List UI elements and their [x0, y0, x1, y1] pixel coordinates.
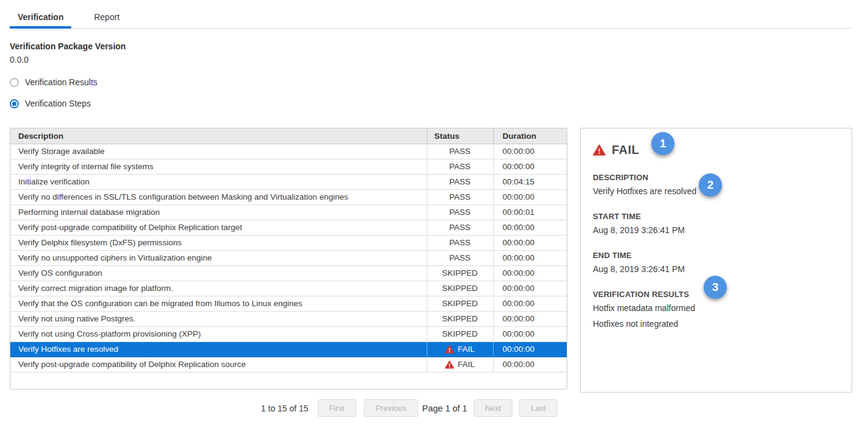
table-row[interactable]: Verify Storage availablePASS00:00:00: [10, 144, 567, 159]
step-duration-cell[interactable]: 00:00:00: [493, 326, 567, 341]
detail-end-time-value: Aug 8, 2019 3:26:41 PM: [593, 264, 839, 274]
table-row[interactable]: Verify correct migration image for platf…: [10, 281, 567, 296]
detail-status-heading: FAIL: [593, 143, 839, 157]
step-status-cell[interactable]: PASS: [427, 220, 493, 235]
step-status-cell[interactable]: PASS: [427, 174, 493, 189]
step-status-cell[interactable]: SKIPPED: [427, 326, 493, 341]
radio-verification-results[interactable]: Verification Results: [10, 77, 868, 87]
step-duration-cell[interactable]: 00:00:01: [493, 205, 567, 220]
step-status-cell[interactable]: PASS: [427, 189, 493, 205]
step-description-cell[interactable]: Verify no unsupported ciphers in Virtual…: [10, 250, 427, 265]
last-page-button[interactable]: Last: [519, 399, 558, 417]
step-duration-cell[interactable]: 00:00:00: [493, 311, 567, 326]
step-description-cell[interactable]: Verify post-upgrade compatibility of Del…: [10, 220, 427, 235]
step-description-cell[interactable]: Initialize verification: [10, 174, 427, 189]
annotation-callout-2: 2: [699, 173, 722, 197]
table-header-row: Description Status Duration: [10, 128, 567, 144]
pagination: 1 to 15 of 15 First Previous Page 1 of 1…: [10, 399, 567, 417]
radio-button-icon[interactable]: [10, 99, 19, 108]
step-status-cell[interactable]: SKIPPED: [427, 311, 493, 326]
radio-button-icon[interactable]: [10, 78, 19, 87]
radio-verification-steps[interactable]: Verification Steps: [10, 99, 868, 108]
step-status-cell[interactable]: FAIL: [427, 357, 493, 372]
table-row[interactable]: Performing internal database migrationPA…: [10, 205, 567, 220]
table-row[interactable]: Verify post-upgrade compatibility of Del…: [10, 357, 567, 372]
table-row[interactable]: Verify no unsupported ciphers in Virtual…: [10, 250, 567, 265]
step-description-cell[interactable]: Verify integrity of internal file system…: [10, 159, 427, 174]
step-duration-cell[interactable]: 00:04:15: [493, 174, 567, 189]
step-duration-cell[interactable]: 00:00:00: [493, 235, 567, 250]
table-row[interactable]: Verify no differences in SSL/TLS configu…: [10, 189, 567, 205]
status-text: FAIL: [458, 360, 475, 369]
step-description-cell[interactable]: Verify post-upgrade compatibility of Del…: [10, 357, 427, 372]
previous-page-button[interactable]: Previous: [364, 399, 418, 417]
step-duration-cell[interactable]: 00:00:00: [493, 341, 567, 357]
table-row[interactable]: Initialize verificationPASS00:04:15: [10, 174, 567, 189]
view-mode-radio-group: Verification Results Verification Steps: [10, 77, 868, 108]
annotation-callout-3: 3: [704, 276, 727, 299]
step-duration-cell[interactable]: 00:00:00: [493, 189, 567, 205]
main-content: Verification Package Version 0.0.0 Verif…: [0, 41, 868, 417]
table-row[interactable]: Verify post-upgrade compatibility of Del…: [10, 220, 567, 235]
verification-page: Verification Report Verification Package…: [0, 9, 868, 417]
table-row[interactable]: Verify not using Cross-platform provisio…: [10, 326, 567, 341]
step-status-cell[interactable]: SKIPPED: [427, 296, 493, 311]
warning-triangle-icon: [445, 345, 454, 354]
table-row[interactable]: Verify Delphix filesystem (DxFS) permiss…: [10, 235, 567, 250]
table-row[interactable]: Verify integrity of internal file system…: [10, 159, 567, 174]
tab-report[interactable]: Report: [86, 9, 127, 29]
step-duration-cell[interactable]: 00:00:00: [493, 281, 567, 296]
step-description-cell[interactable]: Verify not using native Postgres.: [10, 311, 427, 326]
step-duration-cell[interactable]: 00:00:00: [493, 357, 567, 372]
step-status-cell[interactable]: SKIPPED: [427, 265, 493, 281]
step-description-cell[interactable]: Verify correct migration image for platf…: [10, 281, 427, 296]
step-description-cell[interactable]: Verify OS configuration: [10, 265, 427, 281]
detail-end-time-label: END TIME: [593, 251, 839, 260]
detail-result-line: Hotfix metadata malformed: [593, 303, 839, 313]
detail-start-time-value: Aug 8, 2019 3:26:41 PM: [593, 225, 839, 235]
column-header-description: Description: [10, 128, 427, 144]
step-duration-cell[interactable]: 00:00:00: [493, 265, 567, 281]
step-status-cell[interactable]: PASS: [427, 250, 493, 265]
step-duration-cell[interactable]: 00:00:00: [493, 296, 567, 311]
warning-triangle-icon: [445, 360, 454, 369]
steps-table-body: Verify Storage availablePASS00:00:00Veri…: [10, 144, 567, 372]
column-header-duration: Duration: [493, 128, 567, 144]
table-row[interactable]: Verify Hotfixes are resolvedFAIL00:00:00: [10, 341, 567, 357]
status-text: FAIL: [458, 345, 475, 354]
step-duration-cell[interactable]: 00:00:00: [493, 250, 567, 265]
step-description-cell[interactable]: Verify Storage available: [10, 144, 427, 159]
table-row[interactable]: Verify that the OS configuration can be …: [10, 296, 567, 311]
step-description-cell[interactable]: Verify no differences in SSL/TLS configu…: [10, 189, 427, 205]
tab-bar: Verification Report: [10, 9, 852, 29]
step-detail-panel: FAIL DESCRIPTION Verify Hotfixes are res…: [580, 128, 852, 393]
annotation-callout-1: 1: [651, 132, 674, 155]
step-status-cell[interactable]: PASS: [427, 235, 493, 250]
step-status-cell[interactable]: PASS: [427, 159, 493, 174]
columns-layout: Description Status Duration Verify Stora…: [10, 128, 868, 417]
table-column: Description Status Duration Verify Stora…: [10, 128, 567, 417]
next-page-button[interactable]: Next: [474, 399, 513, 417]
step-description-cell[interactable]: Verify not using Cross-platform provisio…: [10, 326, 427, 341]
page-indicator: Page 1 of 1: [422, 404, 467, 413]
step-status-cell[interactable]: FAIL: [427, 341, 493, 357]
detail-start-time-label: START TIME: [593, 212, 839, 221]
table-row[interactable]: Verify not using native Postgres.SKIPPED…: [10, 311, 567, 326]
pagination-range: 1 to 15 of 15: [261, 404, 309, 413]
step-description-cell[interactable]: Verify Hotfixes are resolved: [10, 341, 427, 357]
step-status-cell[interactable]: SKIPPED: [427, 281, 493, 296]
table-row[interactable]: Verify OS configurationSKIPPED00:00:00: [10, 265, 567, 281]
step-duration-cell[interactable]: 00:00:00: [493, 144, 567, 159]
first-page-button[interactable]: First: [318, 399, 356, 417]
step-description-cell[interactable]: Performing internal database migration: [10, 205, 427, 220]
tab-verification[interactable]: Verification: [10, 9, 71, 29]
step-description-cell[interactable]: Verify that the OS configuration can be …: [10, 296, 427, 311]
step-status-cell[interactable]: PASS: [427, 205, 493, 220]
column-header-status: Status: [427, 128, 493, 144]
step-duration-cell[interactable]: 00:00:00: [493, 159, 567, 174]
step-status-cell[interactable]: PASS: [427, 144, 493, 159]
detail-result-line: Hotfixes not integrated: [593, 319, 839, 329]
step-duration-cell[interactable]: 00:00:00: [493, 220, 567, 235]
detail-status-text: FAIL: [612, 143, 639, 157]
step-description-cell[interactable]: Verify Delphix filesystem (DxFS) permiss…: [10, 235, 427, 250]
